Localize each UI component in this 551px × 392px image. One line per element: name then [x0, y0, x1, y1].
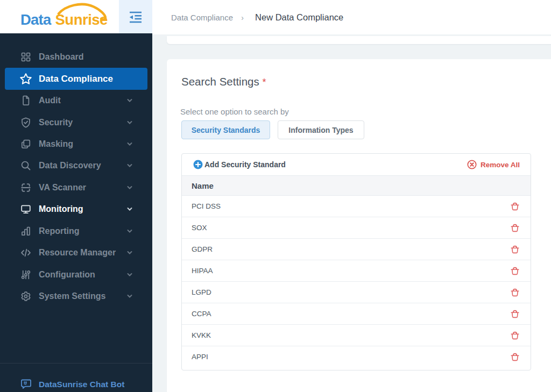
svg-text:Data: Data — [20, 11, 52, 28]
svg-text:Sunrise: Sunrise — [55, 11, 108, 28]
